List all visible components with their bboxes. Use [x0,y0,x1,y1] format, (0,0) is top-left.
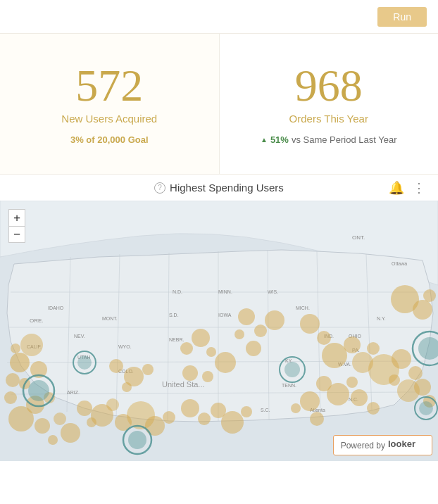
alert-icon-button[interactable]: 🔔 [387,179,406,197]
users-label: New Users Acquired [61,113,157,125]
svg-text:looker: looker [388,439,415,449]
svg-point-91 [389,374,400,386]
svg-point-69 [142,364,154,375]
svg-point-83 [317,331,331,345]
svg-point-46 [6,373,20,387]
svg-point-79 [265,310,284,330]
svg-point-107 [241,406,252,417]
looker-logo-icon: looker [388,439,425,450]
svg-text:IDAHO: IDAHO [48,305,64,310]
svg-point-70 [122,382,132,392]
svg-point-57 [61,423,80,443]
map-actions: 🔔 ⋮ [387,179,427,197]
map-title-container: ? Highest Spending Users [154,182,284,194]
svg-point-82 [300,314,320,334]
users-sublabel: 3% of 20,000 Goal [70,134,149,145]
svg-text:United Sta...: United Sta... [162,380,205,389]
svg-point-65 [145,416,165,436]
orders-label: Orders This Year [289,113,368,125]
svg-point-122 [419,401,433,415]
svg-text:ARIZ.: ARIZ. [67,390,80,395]
svg-point-49 [11,344,20,353]
svg-point-81 [246,341,261,356]
svg-point-109 [413,300,432,320]
svg-text:WYO.: WYO. [118,344,132,349]
change-text: vs Same Period Last Year [292,134,397,145]
svg-point-62 [87,417,96,427]
svg-point-74 [182,365,198,381]
svg-point-59 [77,401,92,416]
svg-text:WIS.: WIS. [268,289,278,294]
svg-point-96 [327,383,349,405]
users-number: 572 [75,63,143,108]
svg-point-56 [54,412,66,425]
svg-point-67 [109,359,123,373]
zoom-out-button[interactable]: − [8,226,25,243]
svg-point-76 [215,352,236,373]
zoom-controls: + − [8,209,25,243]
orders-change: ▲ 51% vs Same Period Last Year [261,134,397,145]
svg-point-55 [35,418,50,434]
info-icon[interactable]: ? [154,182,165,194]
svg-point-87 [367,342,380,355]
svg-point-97 [346,377,358,388]
powered-by-badge: Powered by looker [333,435,432,455]
svg-point-100 [300,391,320,411]
svg-point-54 [8,406,34,431]
svg-point-84 [322,343,347,368]
map-svg: ORE. CALIF. IDAHO NEV. UTAH MONT. WYO. C… [0,201,438,461]
map-container: ORE. CALIF. IDAHO NEV. UTAH MONT. WYO. C… [0,201,438,461]
svg-point-114 [77,355,92,370]
svg-point-73 [206,347,216,357]
svg-text:IOWA: IOWA [218,313,232,317]
svg-point-98 [351,389,368,406]
svg-text:ORE.: ORE. [30,317,44,324]
svg-text:S.D.: S.D. [169,313,179,317]
svg-point-101 [310,412,324,426]
svg-text:MICH.: MICH. [296,305,310,310]
svg-point-50 [20,334,43,356]
svg-point-71 [180,342,193,355]
stat-card-orders: 968 Orders This Year ▲ 51% vs Same Perio… [220,34,439,174]
svg-text:ONT.: ONT. [352,234,365,241]
svg-point-102 [291,403,301,413]
powered-by-text: Powered by [341,441,385,451]
svg-point-110 [423,289,436,302]
map-header: ? Highest Spending Users 🔔 ⋮ [0,175,438,201]
svg-point-61 [106,398,119,411]
map-title-text: Highest Spending Users [170,182,284,194]
orders-number: 968 [295,63,363,108]
svg-point-58 [48,435,58,445]
svg-point-116 [128,431,146,449]
svg-point-72 [192,329,210,347]
svg-text:NEBR.: NEBR. [169,337,184,342]
svg-text:MONT.: MONT. [102,316,118,321]
svg-point-106 [221,411,244,434]
svg-point-80 [234,329,244,339]
svg-text:S.C.: S.C. [261,408,270,412]
svg-text:TENN.: TENN. [282,383,296,388]
svg-point-93 [414,379,431,396]
zoom-in-button[interactable]: + [8,209,25,226]
svg-point-104 [198,412,211,425]
run-button[interactable]: Run [377,7,427,27]
svg-text:Ottawa: Ottawa [392,261,407,266]
header-bar: Run [0,0,438,34]
svg-point-78 [254,325,267,337]
change-percent: 51% [270,134,289,145]
svg-point-90 [408,366,423,380]
svg-point-118 [284,362,300,377]
svg-text:N.D.: N.D. [173,289,182,294]
stats-row: 572 New Users Acquired 3% of 20,000 Goal… [0,34,438,175]
svg-text:NEV.: NEV. [74,334,85,339]
svg-point-103 [181,399,199,417]
svg-point-99 [367,402,380,415]
svg-point-89 [392,349,411,369]
svg-point-112 [28,380,49,401]
svg-point-85 [344,336,361,353]
svg-point-66 [163,411,175,424]
svg-text:MINN.: MINN. [218,289,232,294]
svg-text:N.Y.: N.Y. [377,316,386,321]
stat-card-users: 572 New Users Acquired 3% of 20,000 Goal [0,34,220,174]
more-options-button[interactable]: ⋮ [411,179,427,197]
